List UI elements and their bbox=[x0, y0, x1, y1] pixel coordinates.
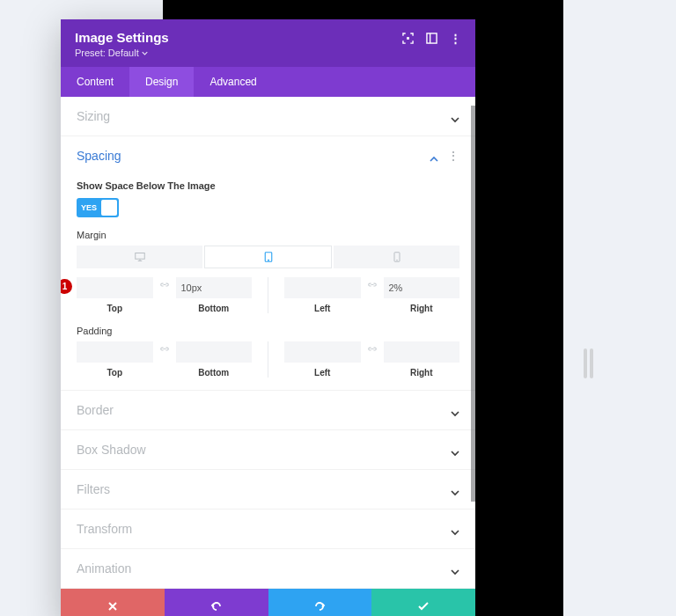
svg-point-9 bbox=[396, 260, 397, 260]
section-spacing[interactable]: Spacing ⋮ bbox=[61, 136, 475, 175]
padding-inputs: Top Bottom Left bbox=[77, 341, 459, 378]
link-icon[interactable] bbox=[158, 277, 171, 290]
step-badge: 1 bbox=[61, 279, 72, 294]
show-space-label: Show Space Below The Image bbox=[77, 180, 459, 191]
device-phone[interactable] bbox=[334, 246, 459, 268]
svg-point-7 bbox=[268, 260, 268, 260]
link-icon[interactable] bbox=[158, 341, 171, 355]
chevron-down-icon bbox=[451, 564, 459, 573]
svg-rect-3 bbox=[135, 253, 144, 260]
panel-body: Sizing Spacing ⋮ Show Space Below The Im… bbox=[61, 97, 475, 589]
undo-button[interactable] bbox=[165, 589, 268, 616]
padding-left-input[interactable] bbox=[284, 341, 361, 363]
close-icon bbox=[107, 601, 118, 612]
check-icon bbox=[417, 601, 430, 612]
undo-icon bbox=[210, 600, 223, 612]
chevron-up-icon bbox=[430, 151, 438, 160]
margin-bottom-input[interactable] bbox=[176, 277, 253, 298]
tab-design[interactable]: Design bbox=[129, 67, 194, 97]
tab-content[interactable]: Content bbox=[61, 67, 129, 97]
svg-rect-1 bbox=[427, 33, 437, 43]
section-sizing[interactable]: Sizing bbox=[61, 97, 475, 136]
section-border[interactable]: Border bbox=[61, 391, 475, 429]
device-selector bbox=[77, 246, 459, 268]
svg-rect-0 bbox=[407, 37, 409, 40]
tab-bar: Content Design Advanced bbox=[61, 67, 475, 97]
link-icon[interactable] bbox=[366, 341, 378, 355]
padding-label: Padding bbox=[77, 326, 459, 336]
section-more-icon[interactable]: ⋮ bbox=[447, 150, 459, 162]
chevron-down-icon bbox=[451, 406, 459, 414]
canvas-handle-icon[interactable] bbox=[584, 348, 587, 378]
margin-label: Margin bbox=[77, 230, 459, 240]
cancel-button[interactable] bbox=[61, 589, 165, 616]
margin-right-input[interactable] bbox=[384, 277, 460, 298]
padding-right-input[interactable] bbox=[384, 341, 460, 363]
expand-icon[interactable] bbox=[402, 33, 414, 44]
layout-icon[interactable] bbox=[426, 33, 437, 44]
caret-down-icon bbox=[142, 51, 148, 55]
device-desktop[interactable] bbox=[77, 246, 202, 268]
padding-bottom-input[interactable] bbox=[176, 341, 253, 363]
panel-header: Image Settings Preset: Default ⋮ bbox=[61, 19, 475, 67]
more-icon[interactable]: ⋮ bbox=[450, 32, 461, 45]
section-box-shadow[interactable]: Box Shadow bbox=[61, 430, 475, 469]
save-button[interactable] bbox=[371, 589, 475, 616]
section-filters[interactable]: Filters bbox=[61, 470, 475, 509]
margin-left-input[interactable] bbox=[284, 277, 361, 298]
padding-top-input[interactable] bbox=[77, 341, 153, 363]
redo-icon bbox=[313, 600, 326, 612]
panel-footer bbox=[61, 589, 475, 616]
link-icon[interactable] bbox=[366, 277, 378, 290]
section-transform[interactable]: Transform bbox=[61, 510, 475, 548]
chevron-down-icon bbox=[451, 485, 459, 494]
panel-scrollbar[interactable] bbox=[471, 106, 475, 502]
tab-advanced[interactable]: Advanced bbox=[194, 67, 272, 97]
preset-selector[interactable]: Preset: Default bbox=[75, 48, 169, 58]
margin-inputs: 1 Top Bottom bbox=[77, 277, 459, 313]
chevron-down-icon bbox=[451, 112, 459, 121]
chevron-down-icon bbox=[451, 445, 459, 454]
settings-panel: Image Settings Preset: Default ⋮ Content… bbox=[61, 19, 475, 616]
panel-title: Image Settings bbox=[75, 30, 169, 45]
toggle-knob bbox=[101, 200, 117, 216]
device-tablet[interactable] bbox=[204, 246, 332, 268]
chevron-down-icon bbox=[451, 524, 459, 533]
show-space-toggle[interactable]: YES bbox=[77, 198, 119, 217]
redo-button[interactable] bbox=[268, 589, 372, 616]
margin-top-input[interactable] bbox=[77, 277, 153, 298]
section-animation[interactable]: Animation bbox=[61, 549, 475, 588]
